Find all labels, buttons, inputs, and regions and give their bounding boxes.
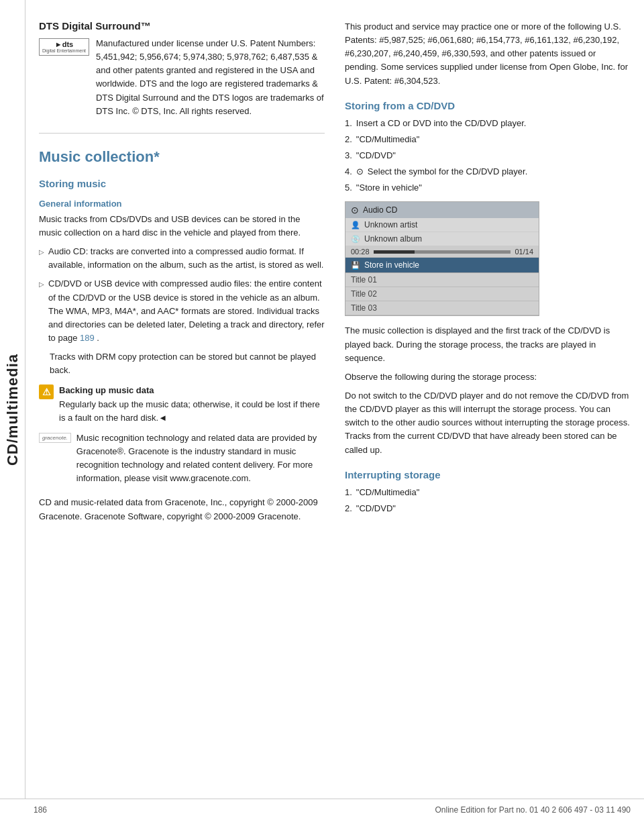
dvd-store-icon: 💾	[351, 261, 360, 270]
warning-body: Regularly back up the music data; otherw…	[59, 398, 325, 425]
bullet-item-1: ▷ Audio CD: tracks are converted into a …	[39, 245, 325, 272]
general-info-body: Music tracks from CDs/DVDs and USB devic…	[39, 213, 325, 240]
warning-title: Backing up music data	[59, 384, 325, 397]
dvd-time: 00:28	[351, 248, 370, 256]
general-info-title: General information	[39, 199, 325, 209]
dvd-screen: ⊙ Audio CD 👤 Unknown artist 💿 Unknown al…	[345, 201, 539, 316]
sidebar-label: CD/multimedia	[4, 354, 21, 466]
dvd-title-1: Title 01	[351, 275, 377, 285]
dvd-album-icon: 💿	[351, 235, 360, 244]
bullet-arrow-2: ▷	[39, 279, 44, 290]
dts-logo-main: ►dts	[42, 40, 86, 48]
step-1: 1. Insert a CD or DVD into the CD/DVD pl…	[345, 117, 631, 130]
steps-list: 1. Insert a CD or DVD into the CD/DVD pl…	[345, 117, 631, 195]
storing-cd-title: Storing from a CD/DVD	[345, 100, 631, 111]
gracenote-section: gracenote. Music recognition technology …	[39, 431, 325, 491]
after-screen-body-1: The music collection is displayed and th…	[345, 324, 631, 364]
step-4: 4. ⊙ Select the symbol for the CD/DVD pl…	[345, 165, 631, 178]
page-number: 186	[34, 805, 47, 815]
dvd-track-count: 01/14	[515, 248, 533, 256]
int-step-2: 2. "CD/DVD"	[345, 502, 631, 515]
step-2: 2. "CD/Multimedia"	[345, 133, 631, 146]
storing-music-title: Storing music	[39, 178, 325, 189]
gracenote-footer: CD and music-related data from Gracenote…	[39, 496, 325, 523]
dvd-album-text: Unknown album	[364, 234, 422, 244]
patents-body: This product and service may practice on…	[345, 20, 631, 88]
dvd-artist-icon: 👤	[351, 221, 360, 229]
dts-body: Manufactured under license under U.S. Pa…	[96, 37, 325, 118]
page-link[interactable]: 189	[80, 333, 95, 343]
dvd-header-icon: ⊙	[351, 205, 359, 215]
dts-logo-sub: Digital Entertainment	[42, 48, 86, 54]
dvd-title-row-2: Title 02	[345, 287, 539, 301]
right-column: This product and service may practice on…	[345, 20, 631, 529]
bullet2-indent: Tracks with DRM copy protection can be s…	[50, 350, 325, 377]
step-5: 5. "Store in vehicle"	[345, 181, 631, 195]
bullet-arrow-1: ▷	[39, 247, 44, 258]
music-collection-title: Music collection*	[39, 148, 325, 166]
dvd-screen-title: Audio CD	[363, 205, 397, 215]
bullet-item-2: ▷ CD/DVD or USB device with compressed a…	[39, 277, 325, 345]
interrupt-steps-list: 1. "CD/Multimedia" 2. "CD/DVD"	[345, 486, 631, 515]
dvd-time-row: 00:28 01/14	[345, 246, 539, 258]
dvd-title-3: Title 03	[351, 303, 377, 313]
dvd-album-row: 💿 Unknown album	[345, 232, 539, 246]
int-step-1: 1. "CD/Multimedia"	[345, 486, 631, 499]
bullet-text-1: Audio CD: tracks are converted into a co…	[48, 245, 325, 272]
dvd-screen-header: ⊙ Audio CD	[345, 202, 539, 218]
dts-header: ►dts Digital Entertainment Manufactured …	[39, 37, 325, 123]
interrupting-title: Interrupting storage	[345, 469, 631, 480]
warning-content: Backing up music data Regularly back up …	[59, 384, 325, 424]
dvd-artist-row: 👤 Unknown artist	[345, 218, 539, 232]
footer-text: Online Edition for Part no. 01 40 2 606 …	[435, 805, 631, 815]
gracenote-logo: gracenote.	[39, 433, 71, 443]
dvd-title-2: Title 02	[351, 289, 377, 299]
sidebar-tab: CD/multimedia	[0, 0, 25, 820]
after-screen-body-3: Do not switch to the CD/DVD player and d…	[345, 389, 631, 457]
page-footer: 186 Online Edition for Part no. 01 40 2 …	[0, 799, 644, 820]
dvd-store-text: Store in vehicle	[364, 260, 419, 270]
after-screen-body-2: Observe the following during the storage…	[345, 370, 631, 384]
dvd-artist-text: Unknown artist	[364, 220, 417, 229]
warning-box: ⚠ Backing up music data Regularly back u…	[39, 384, 325, 424]
divider-1	[39, 133, 325, 134]
dts-logo: ►dts Digital Entertainment	[39, 38, 89, 56]
bullet-list: ▷ Audio CD: tracks are converted into a …	[39, 245, 325, 345]
dvd-progress-fill	[374, 250, 415, 254]
dvd-store-row[interactable]: 💾 Store in vehicle	[345, 258, 539, 273]
step4-icon: ⊙	[356, 165, 364, 178]
left-column: DTS Digital Surround™ ►dts Digital Enter…	[39, 20, 325, 529]
dts-title: DTS Digital Surround™	[39, 20, 325, 32]
dvd-title-row-3: Title 03	[345, 301, 539, 315]
bullet-text-2: CD/DVD or USB device with compressed aud…	[48, 277, 325, 345]
dvd-title-row-1: Title 01	[345, 273, 539, 287]
gracenote-body: Music recognition technology and related…	[76, 431, 325, 486]
dvd-screen-body: 👤 Unknown artist 💿 Unknown album 00:28 0…	[345, 218, 539, 315]
warning-icon: ⚠	[39, 385, 54, 399]
dvd-progress-bar	[374, 250, 511, 254]
step-3: 3. "CD/DVD"	[345, 149, 631, 162]
